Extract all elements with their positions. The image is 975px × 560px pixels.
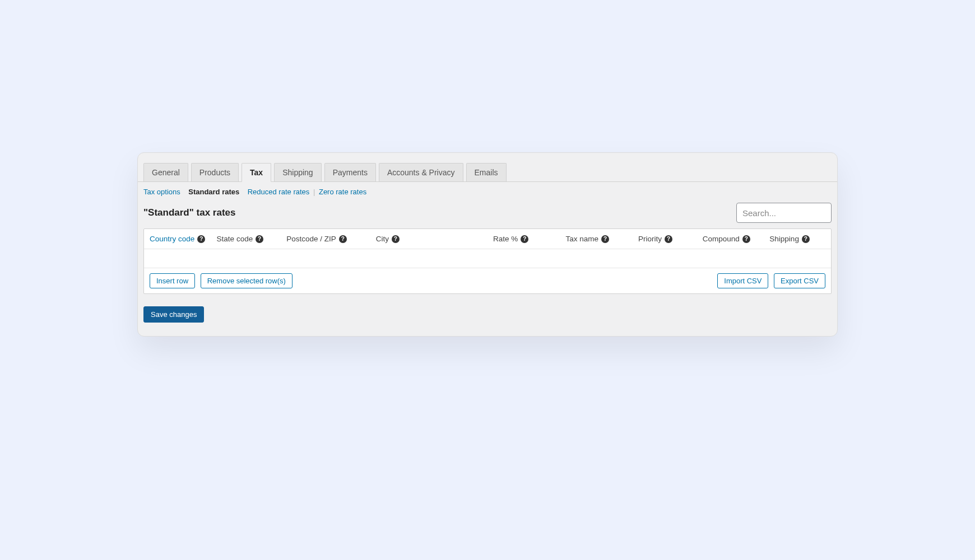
help-icon[interactable]: ? [521,235,528,243]
col-shipping: Shipping ? [769,235,825,243]
col-priority-label: Priority [638,235,662,243]
save-changes-button[interactable]: Save changes [143,306,204,323]
help-icon[interactable]: ? [339,235,347,243]
import-csv-button[interactable]: Import CSV [717,273,768,288]
col-city-label: City [376,235,389,243]
footer-right: Import CSV Export CSV [717,273,825,288]
page-title: "Standard" tax rates [143,207,235,218]
col-rate: Rate % ? [493,235,566,243]
table-header: Country code ? State code ? Postcode / Z… [144,229,831,249]
subnav-reduced-rates[interactable]: Reduced rate rates [248,188,310,196]
tab-accounts-privacy[interactable]: Accounts & Privacy [379,163,463,181]
col-state: State code ? [217,235,287,243]
subnav-zero-rates[interactable]: Zero rate rates [319,188,366,196]
help-icon[interactable]: ? [256,235,263,243]
col-country[interactable]: Country code ? [150,235,217,243]
tab-tax[interactable]: Tax [242,163,271,182]
table-footer: Insert row Remove selected row(s) Import… [144,268,831,293]
col-state-label: State code [217,235,253,243]
table-empty-row [144,249,831,268]
col-city: City ? [376,235,493,243]
help-icon[interactable]: ? [601,235,609,243]
col-country-label: Country code [150,235,194,243]
tab-general[interactable]: General [143,163,188,181]
col-taxname: Tax name ? [566,235,639,243]
col-taxname-label: Tax name [566,235,599,243]
tab-emails[interactable]: Emails [466,163,507,181]
help-icon[interactable]: ? [197,235,205,243]
rates-table: Country code ? State code ? Postcode / Z… [143,228,832,294]
col-rate-label: Rate % [493,235,518,243]
subnav-separator: | [313,188,315,196]
tab-shipping[interactable]: Shipping [274,163,322,181]
title-row: "Standard" tax rates [138,199,837,228]
subnav-tax-options[interactable]: Tax options [143,188,180,196]
help-icon[interactable]: ? [665,235,672,243]
help-icon[interactable]: ? [742,235,750,243]
remove-rows-button[interactable]: Remove selected row(s) [201,273,292,288]
insert-row-button[interactable]: Insert row [150,273,195,288]
col-zip-label: Postcode / ZIP [286,235,336,243]
settings-panel: General Products Tax Shipping Payments A… [137,152,838,337]
col-shipping-label: Shipping [769,235,799,243]
col-compound-label: Compound [703,235,740,243]
tax-subnav: Tax options Standard rates Reduced rate … [138,182,837,199]
help-icon[interactable]: ? [392,235,400,243]
col-compound: Compound ? [703,235,770,243]
footer-left: Insert row Remove selected row(s) [150,273,292,288]
help-icon[interactable]: ? [802,235,810,243]
col-priority: Priority ? [638,235,703,243]
settings-tabs: General Products Tax Shipping Payments A… [138,153,837,182]
subnav-standard-rates[interactable]: Standard rates [188,188,239,196]
tab-products[interactable]: Products [191,163,239,181]
col-zip: Postcode / ZIP ? [286,235,375,243]
tab-payments[interactable]: Payments [324,163,376,181]
search-input[interactable] [736,203,832,223]
export-csv-button[interactable]: Export CSV [774,273,825,288]
